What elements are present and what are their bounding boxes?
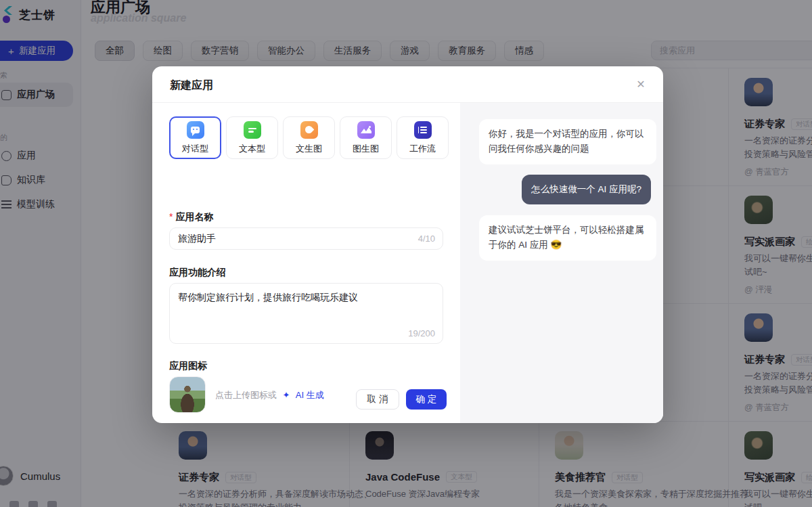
- user-message: 怎么快速做一个 AI 应用呢?: [522, 175, 651, 204]
- app-description-input[interactable]: 帮你制定旅行计划，提供旅行吃喝玩乐建议: [169, 283, 443, 344]
- confirm-button[interactable]: 确 定: [406, 389, 447, 410]
- new-app-modal: 新建应用 ✕ 对话型 文本型 文生图 图生图: [152, 66, 663, 423]
- type-label: 文本型: [239, 143, 265, 155]
- modal-header: 新建应用 ✕: [152, 66, 663, 103]
- app-icon-label: 应用图标: [169, 360, 207, 372]
- app-type-selector: 对话型 文本型 文生图 图生图 工作流: [169, 116, 449, 159]
- close-icon[interactable]: ✕: [633, 77, 648, 92]
- image-type-icon: [357, 121, 375, 139]
- chat-type-icon: [187, 121, 204, 139]
- type-label: 文生图: [296, 143, 322, 155]
- pen-type-icon: [300, 121, 318, 139]
- modal-actions: 取 消 确 定: [356, 389, 447, 410]
- type-option-text[interactable]: 文本型: [226, 116, 278, 159]
- type-option-chat[interactable]: 对话型: [169, 116, 221, 159]
- app-icon-thumbnail[interactable]: [169, 376, 206, 413]
- app-name-field: 4/10: [169, 227, 443, 250]
- app-description-field: 帮你制定旅行计划，提供旅行吃喝玩乐建议 19/200: [169, 283, 443, 347]
- app-window: 芝士饼 + 新建应用 索 应用广场 的 应用 知识库 模型训练 Cumulus: [0, 0, 812, 507]
- modal-form-pane: 对话型 文本型 文生图 图生图 工作流: [152, 103, 460, 423]
- modal-title: 新建应用: [170, 79, 213, 93]
- app-name-input[interactable]: [169, 227, 443, 250]
- text-type-icon: [244, 121, 261, 139]
- type-option-text-to-image[interactable]: 文生图: [283, 116, 335, 159]
- bot-message: 你好，我是一个对话型的应用，你可以问我任何你感兴趣的问题: [479, 119, 656, 164]
- app-icon-row: 点击上传图标或 ✦ AI 生成: [169, 376, 324, 413]
- type-label: 图生图: [353, 143, 379, 155]
- ai-generate-link[interactable]: AI 生成: [296, 390, 324, 400]
- chat-preview-pane: 你好，我是一个对话型的应用，你可以问我任何你感兴趣的问题 怎么快速做一个 AI …: [460, 103, 663, 423]
- name-char-counter: 4/10: [418, 234, 435, 244]
- upload-hint: 点击上传图标或: [215, 390, 277, 400]
- type-option-workflow[interactable]: 工作流: [397, 116, 449, 159]
- app-description-label: 应用功能介绍: [169, 267, 226, 279]
- workflow-type-icon: [414, 121, 432, 139]
- type-label: 对话型: [182, 143, 208, 155]
- bot-message: 建议试试芝士饼平台，可以轻松搭建属于你的 AI 应用 😎: [479, 215, 656, 261]
- required-mark: *: [169, 211, 173, 222]
- app-name-label: *应用名称: [169, 211, 213, 223]
- sparkle-icon: ✦: [282, 390, 290, 400]
- type-label: 工作流: [409, 143, 436, 155]
- description-char-counter: 19/200: [408, 328, 435, 338]
- cancel-button[interactable]: 取 消: [356, 389, 399, 410]
- type-option-image-to-image[interactable]: 图生图: [340, 116, 392, 159]
